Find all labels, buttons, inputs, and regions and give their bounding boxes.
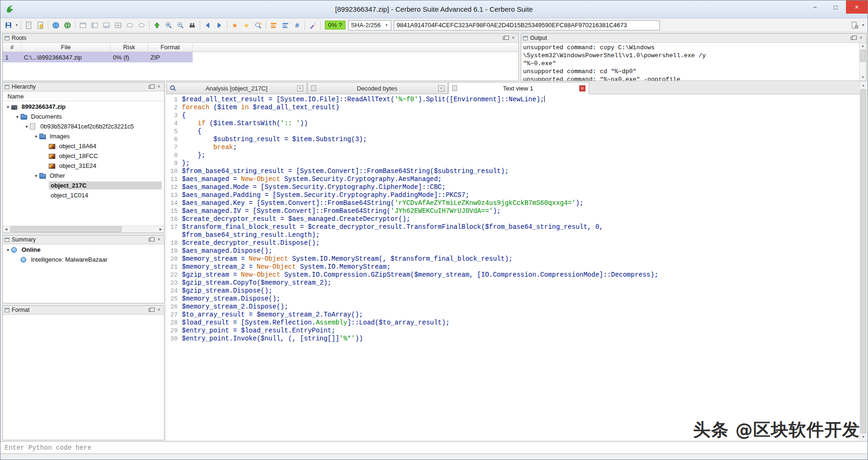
code-line[interactable]: 12$aes_managed.Mode = [System.Security.C… bbox=[166, 183, 860, 191]
column-header[interactable]: # bbox=[3, 43, 22, 52]
tab-close-icon[interactable]: × bbox=[297, 85, 303, 91]
layout-left-button[interactable] bbox=[89, 20, 100, 31]
tree-item[interactable]: ▾Online bbox=[3, 245, 164, 255]
code-line[interactable]: 3{ bbox=[166, 112, 860, 120]
tree-item[interactable]: ▾0b93b5287841cef2c6b2f2c3221c5 bbox=[3, 121, 164, 131]
smart-search-button[interactable] bbox=[253, 20, 264, 31]
code-line[interactable]: $from_base64_string_result.Length); bbox=[166, 231, 860, 239]
close-panel-icon[interactable]: × bbox=[156, 237, 162, 243]
binoculars-search-button[interactable] bbox=[187, 20, 198, 31]
maximize-button[interactable]: □ bbox=[825, 0, 846, 14]
expander-icon[interactable]: ▾ bbox=[5, 248, 11, 252]
forward-button[interactable] bbox=[214, 20, 225, 31]
code-line[interactable]: 15$aes_managed.IV = [System.Convert]::Fr… bbox=[166, 207, 860, 215]
code-line[interactable]: 23$gzip_stream.CopyTo($memory_stream_2); bbox=[166, 279, 860, 287]
code-line[interactable]: 29$entry_point = $load_result.EntryPoint… bbox=[166, 327, 860, 335]
scroll-down-icon[interactable]: ▼ bbox=[860, 74, 866, 81]
code-line[interactable]: 4 if ($item.StartsWith(':: ')) bbox=[166, 120, 860, 128]
scrollbar-thumb[interactable] bbox=[10, 226, 122, 232]
entropy-view-button[interactable] bbox=[268, 20, 279, 31]
code-line[interactable]: 21$memory_stream_2 = New-Object System.I… bbox=[166, 263, 860, 271]
expander-icon[interactable]: ▾ bbox=[23, 124, 30, 129]
code-line[interactable]: 19$aes_managed.Dispose(); bbox=[166, 247, 860, 255]
code-line[interactable]: 24$gzip_stream.Dispose(); bbox=[166, 287, 860, 295]
code-line[interactable]: 26$memory_stream_2.Dispose(); bbox=[166, 303, 860, 311]
shape-rect-button[interactable] bbox=[124, 20, 135, 31]
layout-bottom-button[interactable] bbox=[101, 20, 112, 31]
scrollbar-thumb[interactable] bbox=[860, 50, 866, 62]
expander-icon[interactable]: ▾ bbox=[33, 173, 39, 178]
scroll-left-icon[interactable]: ◀ bbox=[3, 226, 9, 233]
code-line[interactable]: 28$load_result = [System.Reflection.Asse… bbox=[166, 319, 860, 327]
hierarchy-horizontal-scrollbar[interactable]: ◀ ▶ bbox=[3, 226, 164, 233]
summary-panel-titlebar[interactable]: Summary × bbox=[3, 235, 164, 244]
code-line[interactable]: 6 $substring_result = $item.Substring(3)… bbox=[166, 136, 860, 143]
code-line[interactable]: 20$memory_stream = New-Object System.IO.… bbox=[166, 255, 860, 263]
tab-decoded-bytes[interactable]: Decoded bytes × bbox=[307, 82, 448, 94]
back-button[interactable] bbox=[202, 20, 213, 31]
toolbar-overflow-icon[interactable]: ▾ bbox=[861, 23, 865, 27]
float-panel-icon[interactable] bbox=[849, 35, 856, 41]
title-bar[interactable]: [8992366347.zip] - Cerbero Suite Advance… bbox=[0, 0, 868, 18]
code-line[interactable]: 27$to_array_result = $memory_stream_2.To… bbox=[166, 311, 860, 319]
float-panel-icon[interactable] bbox=[147, 307, 154, 313]
minimize-button[interactable]: − bbox=[805, 0, 825, 14]
tree-item[interactable]: object_1C014 bbox=[3, 190, 164, 200]
scrollbar-thumb[interactable] bbox=[861, 89, 866, 433]
expander-icon[interactable]: ▾ bbox=[14, 114, 21, 119]
tree-item[interactable]: object_217C bbox=[3, 181, 164, 190]
close-button[interactable]: × bbox=[846, 0, 868, 14]
expander-icon[interactable]: ▾ bbox=[33, 134, 39, 139]
web-services-button[interactable] bbox=[50, 20, 61, 31]
tree-item[interactable]: object_18A64 bbox=[3, 141, 164, 151]
tab-close-icon[interactable]: × bbox=[579, 85, 585, 91]
file-hash-input[interactable] bbox=[394, 20, 660, 30]
scroll-up-icon[interactable]: ▲ bbox=[860, 82, 867, 89]
code-line[interactable]: 2foreach ($item in $read_all_text_result… bbox=[166, 104, 860, 112]
online-intelligence-button[interactable] bbox=[62, 20, 73, 31]
hash-algorithm-select[interactable]: SHA-2/256 ▾ bbox=[348, 20, 392, 30]
tab-analysis[interactable]: Analysis [object_217C] × bbox=[166, 82, 307, 94]
zoom-out-button[interactable] bbox=[175, 20, 186, 31]
tree-item[interactable]: object_31E24 bbox=[3, 161, 164, 171]
scroll-down-icon[interactable]: ▼ bbox=[860, 434, 867, 440]
code-line[interactable]: 30$entry_point.Invoke($null, (, [string[… bbox=[166, 335, 860, 343]
code-line[interactable]: 10$from_base64_string_result = [System.C… bbox=[166, 167, 860, 175]
float-panel-icon[interactable] bbox=[147, 84, 154, 90]
tree-item[interactable]: Intelligence: MalwareBazaar bbox=[3, 255, 164, 264]
code-line[interactable]: 8 }; bbox=[166, 151, 860, 159]
tab-text-view[interactable]: Text view 1 × bbox=[449, 82, 589, 94]
hierarchy-panel-titlebar[interactable]: Hierarchy × bbox=[3, 83, 164, 91]
code-line[interactable]: 7 break; bbox=[166, 143, 860, 151]
code-line[interactable]: 16$create_decryptor_result = $aes_manage… bbox=[166, 215, 860, 223]
column-header[interactable]: File bbox=[22, 43, 111, 52]
code-line[interactable]: 17$transform_final_block_result = $creat… bbox=[166, 223, 860, 231]
roots-table-header[interactable]: # File Risk Format bbox=[3, 43, 518, 52]
table-row[interactable]: 1C:\...\8992366347.zip0% (f)ZIP bbox=[3, 52, 193, 62]
output-vertical-scrollbar[interactable]: ▲ ▼ bbox=[859, 43, 866, 81]
output-body[interactable]: unsupported command: copy C:\Windows\Sys… bbox=[521, 43, 859, 81]
close-panel-icon[interactable]: × bbox=[156, 84, 162, 90]
code-line[interactable]: 25$memory_stream.Dispose(); bbox=[166, 295, 860, 303]
tree-item[interactable]: ▾Documents bbox=[3, 112, 164, 121]
layout-single-button[interactable] bbox=[77, 20, 89, 31]
report-settings-button[interactable] bbox=[849, 20, 861, 31]
output-panel-titlebar[interactable]: Output × bbox=[521, 34, 866, 43]
column-header[interactable]: Risk bbox=[111, 43, 148, 52]
scroll-right-icon[interactable]: ▶ bbox=[157, 226, 164, 233]
risk-score-badge[interactable]: 0% ? bbox=[325, 21, 345, 30]
zoom-in-button[interactable] bbox=[163, 20, 174, 31]
column-header[interactable]: Format bbox=[148, 43, 193, 52]
code-line[interactable]: 13$aes_managed.Padding = [System.Securit… bbox=[166, 191, 860, 199]
code-line[interactable]: 5 { bbox=[166, 128, 860, 136]
code-line[interactable]: 1$read_all_text_result = [System.IO.File… bbox=[166, 96, 860, 104]
code-line[interactable]: 18$create_decryptor_result.Dispose(); bbox=[166, 239, 860, 247]
bookmark-star-icon[interactable]: ★ bbox=[229, 20, 240, 31]
editor-vertical-scrollbar[interactable]: ▲ ▼ bbox=[860, 82, 867, 440]
tab-close-icon[interactable]: × bbox=[438, 85, 444, 91]
code-line[interactable]: 11$aes_managed = New-Object System.Secur… bbox=[166, 175, 860, 183]
tree-item[interactable]: ▾Images bbox=[3, 131, 164, 141]
scan-file-button[interactable] bbox=[23, 20, 34, 31]
layout-grid-button[interactable] bbox=[112, 20, 124, 31]
shape-ellipse-button[interactable] bbox=[136, 20, 147, 31]
